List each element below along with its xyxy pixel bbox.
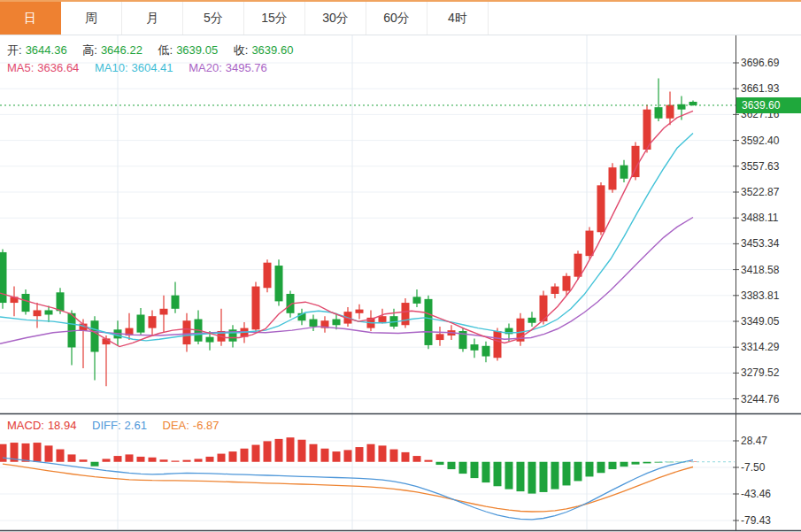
dea-value: -6.87 — [193, 419, 220, 432]
chart-area: 开:3644.36 高:3646.22 低:3639.05 收:3639.60 … — [0, 35, 801, 532]
candlestick-macd-canvas[interactable] — [0, 35, 801, 532]
macd-bar — [563, 462, 571, 486]
price-axis-label: 3592.40 — [741, 135, 799, 147]
candle-body — [655, 107, 663, 119]
candle-body — [172, 296, 180, 309]
candle-body — [252, 287, 260, 330]
ohlc-readout: 开:3644.36 高:3646.22 低:3639.05 收:3639.60 — [7, 42, 297, 58]
candle-body — [632, 146, 640, 177]
macd-bar — [471, 462, 479, 478]
macd-bar — [172, 460, 180, 461]
candle-body — [137, 314, 145, 332]
low-value: 3639.05 — [176, 43, 218, 57]
ma5-value: 3636.64 — [37, 61, 79, 74]
price-axis-label: 3418.58 — [741, 264, 799, 276]
macd-bar — [632, 462, 640, 465]
macd-axis-label: 28.47 — [741, 435, 799, 447]
macd-bar — [149, 458, 157, 462]
macd-axis-label: -7.50 — [741, 461, 799, 474]
macd-bar — [114, 456, 122, 462]
candle-body — [402, 303, 410, 325]
price-axis-label: 3557.63 — [741, 160, 799, 173]
ma20-label: MA20: — [189, 61, 222, 74]
macd-bar — [425, 460, 433, 462]
current-price-badge: 3639.60 — [736, 97, 801, 113]
macd-bar — [91, 462, 99, 466]
macd-bar — [379, 445, 387, 461]
candle-body — [333, 320, 341, 326]
candle-body — [528, 318, 536, 323]
macd-bar — [402, 452, 410, 462]
tab-timeframe-6[interactable]: 60分 — [366, 2, 427, 35]
macd-bar — [643, 462, 651, 464]
macd-bar — [34, 443, 42, 462]
tab-timeframe-0[interactable]: 日 — [0, 2, 61, 35]
price-axis-label: 3488.11 — [741, 212, 799, 224]
macd-bar — [551, 462, 559, 490]
candle-body — [91, 320, 99, 351]
tab-timeframe-5[interactable]: 30分 — [305, 2, 366, 35]
tab-timeframe-3[interactable]: 5分 — [183, 2, 244, 35]
ma-readout: MA5:3636.64 MA10:3604.41 MA20:3495.76 — [7, 61, 271, 74]
macd-bar — [494, 462, 502, 487]
open-label: 开: — [7, 43, 22, 57]
dea-label: DEA: — [163, 419, 189, 432]
tab-timeframe-2[interactable]: 月 — [122, 2, 183, 35]
timeframe-tabbar: 日周月5分15分30分60分4时 — [0, 0, 801, 35]
macd-bar — [22, 443, 30, 462]
tab-timeframe-1[interactable]: 周 — [61, 2, 122, 35]
open-value: 3644.36 — [26, 43, 67, 57]
macd-bar — [206, 457, 214, 462]
candle-body — [494, 331, 502, 358]
tab-timeframe-4[interactable]: 15分 — [244, 2, 305, 35]
macd-value: 18.94 — [48, 419, 77, 432]
candle-body — [471, 344, 479, 351]
price-axis-label: 3696.69 — [741, 57, 799, 69]
candle-body — [597, 185, 605, 232]
macd-bar — [183, 460, 191, 462]
candle-body — [620, 166, 628, 179]
macd-bar — [436, 462, 444, 465]
macd-bar — [137, 457, 145, 462]
macd-bar — [0, 444, 7, 462]
macd-bar — [574, 462, 582, 482]
candle-body — [379, 316, 387, 322]
candle-body — [609, 167, 617, 189]
diff-value: 2.61 — [125, 419, 147, 432]
price-axis-label: 3349.05 — [741, 315, 799, 328]
macd-bar — [609, 462, 617, 469]
ma20-value: 3495.76 — [226, 61, 267, 74]
macd-bar — [160, 459, 168, 462]
macd-bar — [333, 451, 341, 462]
high-value: 3646.22 — [101, 43, 142, 57]
candle-body — [160, 309, 168, 315]
macd-bar — [620, 462, 628, 466]
candle-body — [425, 299, 433, 345]
macd-bar — [597, 462, 605, 474]
diff-label: DIFF: — [92, 419, 121, 432]
macd-bar — [482, 462, 490, 482]
macd-bar — [287, 437, 295, 462]
price-axis-label: 3314.29 — [741, 341, 799, 353]
tab-timeframe-7[interactable]: 4时 — [427, 2, 489, 35]
ma10-value: 3604.41 — [132, 61, 173, 74]
macd-bar — [390, 450, 398, 462]
macd-bar — [356, 447, 364, 462]
macd-bar — [528, 462, 536, 494]
macd-bar — [367, 444, 375, 462]
candle-body — [666, 105, 674, 119]
macd-bar — [80, 459, 88, 462]
close-label: 收: — [234, 43, 249, 57]
price-axis-label: 3279.52 — [741, 366, 799, 379]
macd-bar — [459, 462, 467, 474]
candle-body — [310, 320, 318, 327]
candle-body — [436, 334, 444, 340]
low-label: 低: — [158, 43, 173, 57]
macd-bar — [57, 450, 65, 462]
macd-bar — [298, 440, 306, 462]
candle-body — [586, 231, 594, 257]
macd-bar — [275, 439, 283, 462]
macd-bar — [321, 449, 329, 462]
price-axis-label: 3661.93 — [741, 82, 799, 95]
macd-bar — [229, 451, 237, 462]
